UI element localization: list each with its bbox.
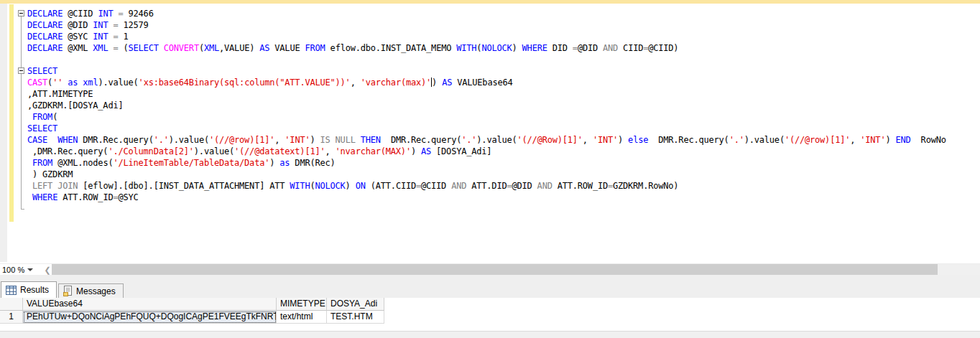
tab-messages[interactable]: Messages — [58, 283, 124, 298]
results-grid: VALUEbase64MIMETYPEDOSYA_Adi1PEhUTUw+DQo… — [0, 298, 980, 331]
row-number-cell[interactable]: 1 — [0, 311, 23, 324]
change-tracking-bar — [9, 4, 14, 222]
zoom-level-value: 100 % — [0, 266, 26, 274]
code-line[interactable]: DECLARE @XML XML = (SELECT CONVERT(XML,V… — [27, 42, 946, 54]
table-row: 1PEhUTUw+DQoNCiAgPEhFQUQ+DQogICAgPE1FVEE… — [0, 311, 980, 324]
editor-bottom-bar: 100 % ❮ — [0, 263, 980, 275]
editor-gutter — [0, 4, 7, 262]
grid-cell[interactable]: TEST.HTM — [327, 311, 384, 324]
results-pane: ResultsMessages VALUEbase64MIMETYPEDOSYA… — [0, 281, 980, 338]
code-line[interactable]: FROM( — [27, 111, 946, 123]
pane-splitter[interactable] — [0, 275, 980, 281]
horizontal-scrollbar[interactable] — [52, 264, 980, 276]
code-line[interactable]: FROM @XML.nodes('/LineItemTable/TableDat… — [27, 157, 946, 169]
code-line[interactable]: WHERE ATT.ROW_ID=@SYC — [27, 192, 946, 203]
scroll-left-arrow[interactable]: ❮ — [43, 264, 52, 276]
tab-label: Messages — [76, 286, 116, 296]
code-line[interactable]: ) GZDKRM — [27, 169, 946, 180]
grid-cell[interactable]: text/html — [277, 311, 327, 324]
grid-corner-cell[interactable] — [0, 298, 23, 311]
code-line[interactable]: CASE WHEN DMR.Rec.query('.').value('(//@… — [27, 134, 946, 146]
fold-collapse-icon[interactable] — [18, 10, 24, 17]
code-line[interactable]: ,GZDKRM.[DOSYA_Adi] — [27, 100, 946, 111]
zoom-level-select[interactable]: 100 % — [0, 264, 40, 276]
fold-collapse-icon[interactable] — [18, 67, 24, 74]
code-line[interactable]: DECLARE @SYC INT = 1 — [27, 31, 946, 42]
code-line[interactable]: SELECT — [27, 123, 946, 134]
results-tabstrip: ResultsMessages — [0, 281, 980, 298]
code-line[interactable]: CAST('' as xml).value('xs:base64Binary(s… — [27, 77, 946, 88]
sql-code[interactable]: DECLARE @CIID INT = 92466DECLARE @DID IN… — [27, 8, 946, 203]
code-line[interactable]: DECLARE @CIID INT = 92466 — [27, 8, 946, 19]
outline-region-end — [21, 209, 24, 210]
chevron-down-icon — [27, 268, 33, 271]
code-line[interactable]: ,ATT.MIMETYPE — [27, 88, 946, 100]
tab-results[interactable]: Results — [1, 281, 57, 298]
code-line[interactable]: SELECT — [27, 65, 946, 77]
results-grid-icon — [6, 286, 17, 295]
code-line[interactable] — [27, 54, 946, 65]
scrollbar-thumb[interactable] — [52, 264, 938, 276]
sql-editor[interactable]: DECLARE @CIID INT = 92466DECLARE @DID IN… — [0, 4, 980, 263]
grid-header-row: VALUEbase64MIMETYPEDOSYA_Adi — [0, 298, 980, 311]
outline-region-line — [21, 14, 22, 209]
results-grid-footer — [0, 331, 980, 338]
grid-cell[interactable]: PEhUTUw+DQoNCiAgPEhFQUQ+DQogICAgPE1FVEEg… — [23, 311, 277, 324]
code-line[interactable]: LEFT JOIN [eflow].[dbo].[INST_DATA_ATTAC… — [27, 180, 946, 192]
code-line[interactable]: DECLARE @DID INT = 12579 — [27, 19, 946, 31]
grid-column-header[interactable]: VALUEbase64 — [23, 298, 277, 311]
tab-label: Results — [20, 285, 49, 295]
ssms-window: DECLARE @CIID INT = 92466DECLARE @DID IN… — [0, 0, 980, 338]
grid-column-header[interactable]: DOSYA_Adi — [327, 298, 384, 311]
messages-icon — [63, 286, 73, 296]
grid-column-header[interactable]: MIMETYPE — [277, 298, 327, 311]
code-line[interactable]: ,DMR.Rec.query('./ColumnData[2]').value(… — [27, 146, 946, 157]
